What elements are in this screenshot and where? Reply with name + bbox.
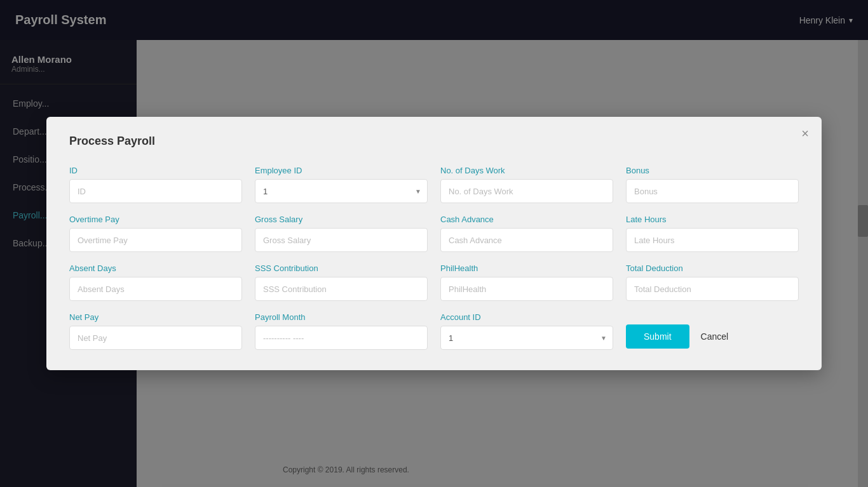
late-hours-input[interactable] (626, 228, 799, 252)
submit-button[interactable]: Submit (626, 324, 689, 349)
payroll-month-field: Payroll Month (255, 312, 428, 350)
overtime-pay-label: Overtime Pay (69, 215, 242, 224)
modal-overlay: Process Payroll × ID Employee ID 1 2 3 N… (0, 0, 868, 487)
total-deduction-input[interactable] (626, 277, 799, 301)
philhealth-field: PhilHealth (440, 264, 613, 301)
philhealth-label: PhilHealth (440, 264, 613, 273)
net-pay-label: Net Pay (69, 312, 242, 322)
absent-days-field: Absent Days (69, 264, 242, 301)
account-id-field: Account ID 1 2 3 (440, 312, 613, 350)
bonus-field: Bonus (626, 166, 799, 203)
employee-id-label: Employee ID (255, 166, 428, 175)
id-input[interactable] (69, 179, 242, 203)
no-of-days-work-input[interactable] (440, 179, 613, 203)
cash-advance-field: Cash Advance (440, 215, 613, 252)
modal-title: Process Payroll (69, 135, 799, 148)
form-bottom-row: Net Pay Payroll Month Account ID 1 2 3 S (69, 312, 799, 350)
account-id-select-wrapper: 1 2 3 (440, 326, 613, 350)
form-row-1: ID Employee ID 1 2 3 No. of Days Work Bo (69, 166, 799, 301)
id-field: ID (69, 166, 242, 203)
no-of-days-work-field: No. of Days Work (440, 166, 613, 203)
total-deduction-field: Total Deduction (626, 264, 799, 301)
cancel-button[interactable]: Cancel (696, 324, 734, 349)
gross-salary-input[interactable] (255, 228, 428, 252)
bonus-input[interactable] (626, 179, 799, 203)
late-hours-field: Late Hours (626, 215, 799, 252)
cash-advance-input[interactable] (440, 228, 613, 252)
late-hours-label: Late Hours (626, 215, 799, 224)
overtime-pay-field: Overtime Pay (69, 215, 242, 252)
gross-salary-label: Gross Salary (255, 215, 428, 224)
sss-contribution-label: SSS Contribution (255, 264, 428, 273)
id-label: ID (69, 166, 242, 175)
employee-id-select[interactable]: 1 2 3 (255, 179, 428, 203)
account-id-select[interactable]: 1 2 3 (440, 326, 613, 350)
no-of-days-work-label: No. of Days Work (440, 166, 613, 175)
employee-id-select-wrapper: 1 2 3 (255, 179, 428, 203)
absent-days-input[interactable] (69, 277, 242, 301)
modal-close-button[interactable]: × (801, 127, 809, 140)
overtime-pay-input[interactable] (69, 228, 242, 252)
payroll-month-input[interactable] (255, 326, 428, 350)
philhealth-input[interactable] (440, 277, 613, 301)
sss-contribution-input[interactable] (255, 277, 428, 301)
absent-days-label: Absent Days (69, 264, 242, 273)
net-pay-field: Net Pay (69, 312, 242, 350)
form-actions: Submit Cancel (626, 324, 799, 350)
cash-advance-label: Cash Advance (440, 215, 613, 224)
account-id-label: Account ID (440, 312, 613, 322)
bonus-label: Bonus (626, 166, 799, 175)
sss-contribution-field: SSS Contribution (255, 264, 428, 301)
net-pay-input[interactable] (69, 326, 242, 350)
process-payroll-modal: Process Payroll × ID Employee ID 1 2 3 N… (46, 117, 822, 370)
employee-id-field: Employee ID 1 2 3 (255, 166, 428, 203)
gross-salary-field: Gross Salary (255, 215, 428, 252)
total-deduction-label: Total Deduction (626, 264, 799, 273)
payroll-month-label: Payroll Month (255, 312, 428, 322)
